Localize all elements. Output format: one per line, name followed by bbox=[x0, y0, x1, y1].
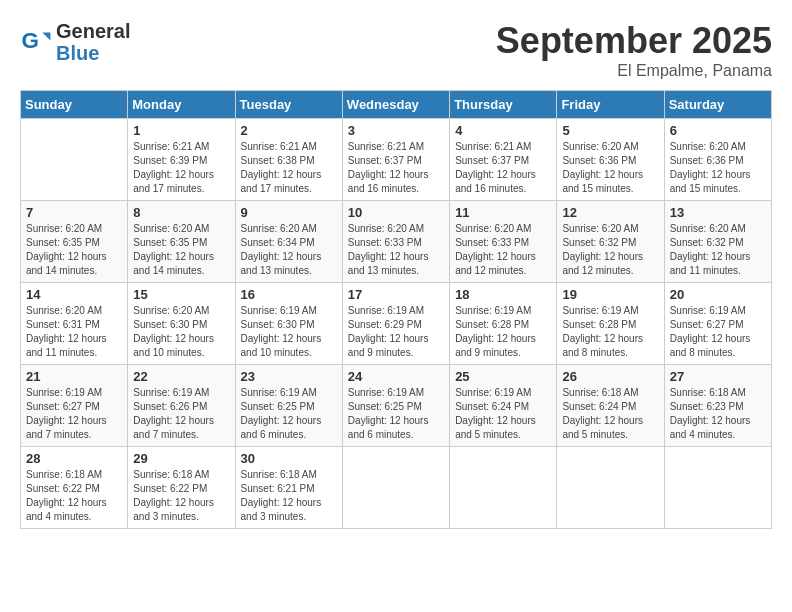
calendar-cell: 29Sunrise: 6:18 AM Sunset: 6:22 PM Dayli… bbox=[128, 447, 235, 529]
day-number: 8 bbox=[133, 205, 229, 220]
calendar-header-row: SundayMondayTuesdayWednesdayThursdayFrid… bbox=[21, 91, 772, 119]
calendar-cell: 1Sunrise: 6:21 AM Sunset: 6:39 PM Daylig… bbox=[128, 119, 235, 201]
day-number: 30 bbox=[241, 451, 337, 466]
day-number: 25 bbox=[455, 369, 551, 384]
day-number: 1 bbox=[133, 123, 229, 138]
calendar-cell: 30Sunrise: 6:18 AM Sunset: 6:21 PM Dayli… bbox=[235, 447, 342, 529]
day-info: Sunrise: 6:21 AM Sunset: 6:39 PM Dayligh… bbox=[133, 140, 229, 196]
day-info: Sunrise: 6:19 AM Sunset: 6:25 PM Dayligh… bbox=[241, 386, 337, 442]
calendar-cell: 4Sunrise: 6:21 AM Sunset: 6:37 PM Daylig… bbox=[450, 119, 557, 201]
day-info: Sunrise: 6:20 AM Sunset: 6:33 PM Dayligh… bbox=[455, 222, 551, 278]
calendar-cell: 26Sunrise: 6:18 AM Sunset: 6:24 PM Dayli… bbox=[557, 365, 664, 447]
day-info: Sunrise: 6:21 AM Sunset: 6:38 PM Dayligh… bbox=[241, 140, 337, 196]
day-info: Sunrise: 6:18 AM Sunset: 6:22 PM Dayligh… bbox=[133, 468, 229, 524]
day-info: Sunrise: 6:19 AM Sunset: 6:24 PM Dayligh… bbox=[455, 386, 551, 442]
day-info: Sunrise: 6:20 AM Sunset: 6:32 PM Dayligh… bbox=[562, 222, 658, 278]
day-info: Sunrise: 6:20 AM Sunset: 6:31 PM Dayligh… bbox=[26, 304, 122, 360]
calendar-cell: 19Sunrise: 6:19 AM Sunset: 6:28 PM Dayli… bbox=[557, 283, 664, 365]
calendar-cell: 17Sunrise: 6:19 AM Sunset: 6:29 PM Dayli… bbox=[342, 283, 449, 365]
day-number: 10 bbox=[348, 205, 444, 220]
svg-marker-1 bbox=[42, 32, 50, 40]
month-title: September 2025 bbox=[496, 20, 772, 62]
header-cell-friday: Friday bbox=[557, 91, 664, 119]
calendar-cell: 8Sunrise: 6:20 AM Sunset: 6:35 PM Daylig… bbox=[128, 201, 235, 283]
calendar-cell: 15Sunrise: 6:20 AM Sunset: 6:30 PM Dayli… bbox=[128, 283, 235, 365]
day-number: 4 bbox=[455, 123, 551, 138]
day-info: Sunrise: 6:19 AM Sunset: 6:29 PM Dayligh… bbox=[348, 304, 444, 360]
day-number: 16 bbox=[241, 287, 337, 302]
page-header: G General Blue September 2025 El Empalme… bbox=[20, 20, 772, 80]
day-number: 26 bbox=[562, 369, 658, 384]
day-info: Sunrise: 6:18 AM Sunset: 6:23 PM Dayligh… bbox=[670, 386, 766, 442]
calendar-table: SundayMondayTuesdayWednesdayThursdayFrid… bbox=[20, 90, 772, 529]
calendar-cell: 9Sunrise: 6:20 AM Sunset: 6:34 PM Daylig… bbox=[235, 201, 342, 283]
day-number: 13 bbox=[670, 205, 766, 220]
calendar-week-1: 1Sunrise: 6:21 AM Sunset: 6:39 PM Daylig… bbox=[21, 119, 772, 201]
day-number: 6 bbox=[670, 123, 766, 138]
calendar-cell: 14Sunrise: 6:20 AM Sunset: 6:31 PM Dayli… bbox=[21, 283, 128, 365]
day-number: 20 bbox=[670, 287, 766, 302]
calendar-cell: 23Sunrise: 6:19 AM Sunset: 6:25 PM Dayli… bbox=[235, 365, 342, 447]
day-number: 7 bbox=[26, 205, 122, 220]
calendar-cell bbox=[450, 447, 557, 529]
day-number: 14 bbox=[26, 287, 122, 302]
calendar-cell: 21Sunrise: 6:19 AM Sunset: 6:27 PM Dayli… bbox=[21, 365, 128, 447]
calendar-body: 1Sunrise: 6:21 AM Sunset: 6:39 PM Daylig… bbox=[21, 119, 772, 529]
day-number: 3 bbox=[348, 123, 444, 138]
day-info: Sunrise: 6:19 AM Sunset: 6:27 PM Dayligh… bbox=[26, 386, 122, 442]
calendar-week-4: 21Sunrise: 6:19 AM Sunset: 6:27 PM Dayli… bbox=[21, 365, 772, 447]
day-info: Sunrise: 6:18 AM Sunset: 6:24 PM Dayligh… bbox=[562, 386, 658, 442]
calendar-cell: 16Sunrise: 6:19 AM Sunset: 6:30 PM Dayli… bbox=[235, 283, 342, 365]
calendar-cell bbox=[21, 119, 128, 201]
day-info: Sunrise: 6:20 AM Sunset: 6:34 PM Dayligh… bbox=[241, 222, 337, 278]
header-cell-thursday: Thursday bbox=[450, 91, 557, 119]
day-number: 5 bbox=[562, 123, 658, 138]
day-info: Sunrise: 6:19 AM Sunset: 6:28 PM Dayligh… bbox=[455, 304, 551, 360]
calendar-cell bbox=[664, 447, 771, 529]
day-info: Sunrise: 6:19 AM Sunset: 6:26 PM Dayligh… bbox=[133, 386, 229, 442]
header-cell-monday: Monday bbox=[128, 91, 235, 119]
day-number: 27 bbox=[670, 369, 766, 384]
day-number: 2 bbox=[241, 123, 337, 138]
day-number: 23 bbox=[241, 369, 337, 384]
logo-icon: G bbox=[20, 26, 52, 58]
title-block: September 2025 El Empalme, Panama bbox=[496, 20, 772, 80]
calendar-cell: 12Sunrise: 6:20 AM Sunset: 6:32 PM Dayli… bbox=[557, 201, 664, 283]
day-number: 18 bbox=[455, 287, 551, 302]
calendar-week-3: 14Sunrise: 6:20 AM Sunset: 6:31 PM Dayli… bbox=[21, 283, 772, 365]
day-info: Sunrise: 6:21 AM Sunset: 6:37 PM Dayligh… bbox=[455, 140, 551, 196]
day-info: Sunrise: 6:18 AM Sunset: 6:22 PM Dayligh… bbox=[26, 468, 122, 524]
calendar-cell: 28Sunrise: 6:18 AM Sunset: 6:22 PM Dayli… bbox=[21, 447, 128, 529]
svg-text:G: G bbox=[22, 28, 39, 53]
calendar-cell: 25Sunrise: 6:19 AM Sunset: 6:24 PM Dayli… bbox=[450, 365, 557, 447]
header-cell-sunday: Sunday bbox=[21, 91, 128, 119]
day-info: Sunrise: 6:20 AM Sunset: 6:35 PM Dayligh… bbox=[133, 222, 229, 278]
calendar-week-2: 7Sunrise: 6:20 AM Sunset: 6:35 PM Daylig… bbox=[21, 201, 772, 283]
calendar-cell: 3Sunrise: 6:21 AM Sunset: 6:37 PM Daylig… bbox=[342, 119, 449, 201]
day-info: Sunrise: 6:19 AM Sunset: 6:25 PM Dayligh… bbox=[348, 386, 444, 442]
calendar-cell: 6Sunrise: 6:20 AM Sunset: 6:36 PM Daylig… bbox=[664, 119, 771, 201]
calendar-cell: 18Sunrise: 6:19 AM Sunset: 6:28 PM Dayli… bbox=[450, 283, 557, 365]
calendar-cell: 11Sunrise: 6:20 AM Sunset: 6:33 PM Dayli… bbox=[450, 201, 557, 283]
day-info: Sunrise: 6:20 AM Sunset: 6:36 PM Dayligh… bbox=[670, 140, 766, 196]
day-info: Sunrise: 6:20 AM Sunset: 6:36 PM Dayligh… bbox=[562, 140, 658, 196]
calendar-cell: 2Sunrise: 6:21 AM Sunset: 6:38 PM Daylig… bbox=[235, 119, 342, 201]
calendar-cell: 20Sunrise: 6:19 AM Sunset: 6:27 PM Dayli… bbox=[664, 283, 771, 365]
day-number: 9 bbox=[241, 205, 337, 220]
day-number: 19 bbox=[562, 287, 658, 302]
header-cell-tuesday: Tuesday bbox=[235, 91, 342, 119]
day-number: 12 bbox=[562, 205, 658, 220]
location-title: El Empalme, Panama bbox=[496, 62, 772, 80]
day-info: Sunrise: 6:20 AM Sunset: 6:35 PM Dayligh… bbox=[26, 222, 122, 278]
day-number: 22 bbox=[133, 369, 229, 384]
day-info: Sunrise: 6:19 AM Sunset: 6:30 PM Dayligh… bbox=[241, 304, 337, 360]
day-number: 15 bbox=[133, 287, 229, 302]
day-info: Sunrise: 6:20 AM Sunset: 6:32 PM Dayligh… bbox=[670, 222, 766, 278]
calendar-cell: 27Sunrise: 6:18 AM Sunset: 6:23 PM Dayli… bbox=[664, 365, 771, 447]
calendar-cell: 7Sunrise: 6:20 AM Sunset: 6:35 PM Daylig… bbox=[21, 201, 128, 283]
calendar-cell bbox=[557, 447, 664, 529]
header-cell-saturday: Saturday bbox=[664, 91, 771, 119]
day-info: Sunrise: 6:21 AM Sunset: 6:37 PM Dayligh… bbox=[348, 140, 444, 196]
calendar-cell bbox=[342, 447, 449, 529]
day-info: Sunrise: 6:20 AM Sunset: 6:30 PM Dayligh… bbox=[133, 304, 229, 360]
